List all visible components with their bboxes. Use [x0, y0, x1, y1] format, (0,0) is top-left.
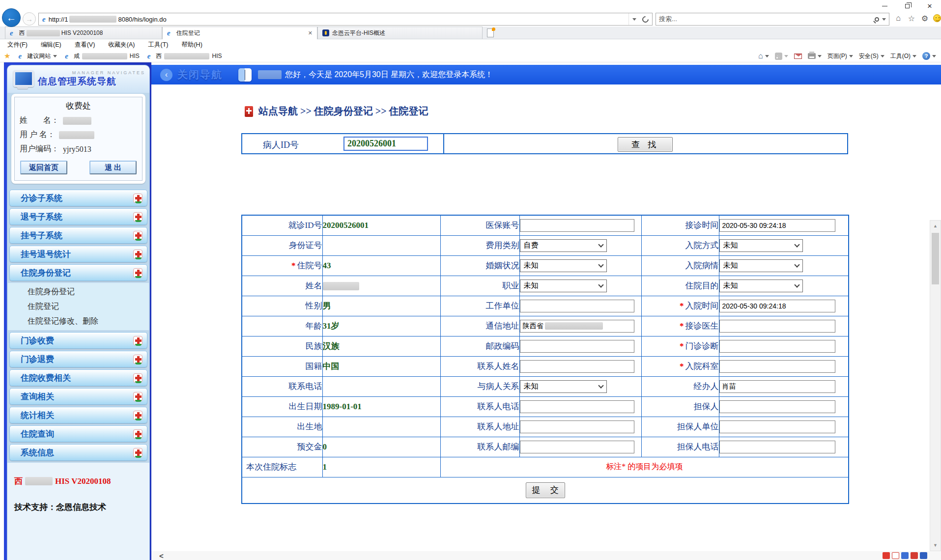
- text-input[interactable]: [520, 420, 634, 433]
- tab-close-icon[interactable]: ✕: [305, 30, 313, 36]
- text-input[interactable]: [520, 441, 634, 453]
- home-menu-button[interactable]: ⌂: [758, 52, 769, 60]
- minimize-button[interactable]: [873, 0, 896, 12]
- dropdown-select[interactable]: 未知: [520, 280, 607, 292]
- text-input[interactable]: [719, 360, 835, 373]
- tray-icon[interactable]: [911, 552, 918, 559]
- print-button[interactable]: [808, 53, 822, 59]
- search-icon[interactable]: [875, 17, 879, 22]
- tray-icon[interactable]: [920, 552, 927, 559]
- help-menu-button[interactable]: ?: [922, 52, 936, 60]
- text-input[interactable]: [719, 320, 835, 333]
- table-row: 年龄31岁通信地址陕西省*接诊医生: [242, 316, 849, 336]
- patient-id-input[interactable]: 20200526001: [343, 137, 428, 151]
- return-home-button[interactable]: 返回首页: [20, 161, 67, 174]
- dropdown-select[interactable]: 未知: [520, 380, 607, 393]
- scroll-up-icon[interactable]: ▲: [930, 221, 941, 231]
- favorites-item[interactable]: e西 HIS: [147, 52, 222, 60]
- sidebar-item[interactable]: 住院查询: [9, 425, 147, 442]
- dropdown-select[interactable]: 未知: [520, 259, 607, 272]
- text-input[interactable]: [719, 400, 835, 413]
- field-label: 职业: [440, 276, 519, 296]
- sidebar-item[interactable]: 统计相关: [9, 407, 147, 423]
- feedback-smiley-icon[interactable]: [933, 14, 941, 22]
- submenu-item[interactable]: 住院身份登记: [8, 284, 149, 299]
- search-dropdown-icon[interactable]: [882, 18, 886, 21]
- menu-item[interactable]: 帮助(H): [181, 41, 202, 49]
- forward-button[interactable]: →: [23, 12, 36, 26]
- tray-icon[interactable]: [901, 552, 909, 559]
- feeds-button[interactable]: [775, 53, 788, 60]
- submenu-item[interactable]: 住院登记: [8, 299, 149, 314]
- new-tab-button[interactable]: [485, 28, 496, 38]
- sidebar-item[interactable]: 住院收费相关: [9, 369, 147, 386]
- logout-button[interactable]: 退 出: [89, 161, 137, 174]
- page-menu-button[interactable]: 页面(P): [827, 52, 853, 60]
- sidebar-item[interactable]: 系统信息: [9, 444, 147, 461]
- browser-tab[interactable]: e住院登记✕: [162, 27, 317, 39]
- text-input[interactable]: [719, 420, 835, 433]
- sidebar-item[interactable]: 门诊收费: [9, 332, 147, 349]
- tray-icon[interactable]: [892, 552, 899, 559]
- scroll-left-icon[interactable]: <: [159, 552, 164, 560]
- submenu-item[interactable]: 住院登记修改、删除: [8, 314, 149, 329]
- sidebar-item[interactable]: 查询相关: [9, 388, 147, 405]
- dropdown-select[interactable]: 未知: [719, 280, 803, 292]
- sidebar-item[interactable]: 退号子系统: [9, 208, 147, 225]
- text-input[interactable]: 2020-05-30 09:24:18: [719, 219, 835, 232]
- tray-icon[interactable]: [883, 552, 890, 559]
- sidebar-item[interactable]: 挂号子系统: [9, 227, 147, 244]
- dropdown-select[interactable]: 自费: [520, 239, 607, 252]
- text-input[interactable]: [520, 360, 634, 373]
- dropdown-select[interactable]: 未知: [719, 259, 803, 272]
- search-box[interactable]: 搜索...: [656, 13, 889, 26]
- home-icon[interactable]: ⌂: [893, 13, 903, 24]
- favorites-item[interactable]: e咸 HIS: [65, 52, 140, 60]
- text-input[interactable]: [520, 219, 634, 232]
- back-button[interactable]: ←: [2, 8, 21, 27]
- read-mail-button[interactable]: [794, 54, 802, 59]
- menu-item[interactable]: 收藏夹(A): [108, 41, 135, 49]
- favorites-item[interactable]: e建议网站: [18, 52, 57, 60]
- text-input[interactable]: [520, 400, 634, 413]
- text-input[interactable]: 肖苗: [719, 380, 835, 393]
- text-input[interactable]: [520, 340, 634, 353]
- safety-menu-button[interactable]: 安全(S): [859, 52, 884, 60]
- browser-tab[interactable]: 念恩云平台-HIS概述: [317, 27, 483, 39]
- sidebar-item[interactable]: 门诊退费: [9, 351, 147, 367]
- address-bar[interactable]: e http://1 8080/his/login.do: [38, 13, 653, 26]
- browser-tab[interactable]: e西 HIS V20200108: [5, 27, 162, 39]
- scroll-down-icon[interactable]: ▼: [930, 540, 941, 551]
- search-button[interactable]: 查 找: [618, 137, 673, 152]
- tab-bar: e西 HIS V20200108e住院登记✕念恩云平台-HIS概述: [0, 27, 941, 39]
- welcome-text: 您好，今天是 2020年5月30日 星期六，欢迎您登录本系统！: [258, 70, 493, 80]
- text-input[interactable]: [719, 340, 835, 353]
- menu-item[interactable]: 文件(F): [7, 41, 28, 49]
- dropdown-select[interactable]: 未知: [719, 239, 803, 252]
- favorites-star-icon[interactable]: ☆: [907, 13, 916, 24]
- tools-menu-button[interactable]: 工具(O): [890, 52, 916, 60]
- sidebar-item[interactable]: 住院身份登记: [9, 264, 147, 281]
- menu-item[interactable]: 查看(V): [75, 41, 95, 49]
- collapse-nav-icon[interactable]: ‹: [160, 69, 172, 81]
- text-input[interactable]: [719, 441, 835, 453]
- maximize-button[interactable]: [896, 0, 918, 12]
- address-dropdown-icon[interactable]: [628, 13, 639, 25]
- favorites-add-star-icon[interactable]: ★: [4, 52, 10, 60]
- vertical-scrollbar[interactable]: ▲ ▼: [930, 220, 941, 551]
- field-label: 入院病情: [641, 255, 719, 276]
- menu-item[interactable]: 工具(T): [148, 41, 168, 49]
- menu-item[interactable]: 编辑(E): [41, 41, 61, 49]
- sidebar-item[interactable]: 分诊子系统: [9, 190, 147, 206]
- submit-button[interactable]: 提 交: [526, 482, 565, 498]
- text-input[interactable]: 陕西省: [520, 320, 634, 333]
- close-button[interactable]: ✕: [918, 0, 941, 12]
- close-nav-button[interactable]: 关闭导航: [177, 68, 223, 82]
- refresh-icon[interactable]: [639, 13, 651, 25]
- text-input[interactable]: [520, 300, 634, 312]
- sidebar-item[interactable]: 挂号退号统计: [9, 246, 147, 262]
- minimize-icon: [882, 6, 887, 6]
- text-input[interactable]: 2020-05-30 09:24:18: [719, 300, 835, 312]
- settings-gear-icon[interactable]: ⚙: [920, 13, 930, 24]
- scrollbar-thumb[interactable]: [932, 233, 939, 284]
